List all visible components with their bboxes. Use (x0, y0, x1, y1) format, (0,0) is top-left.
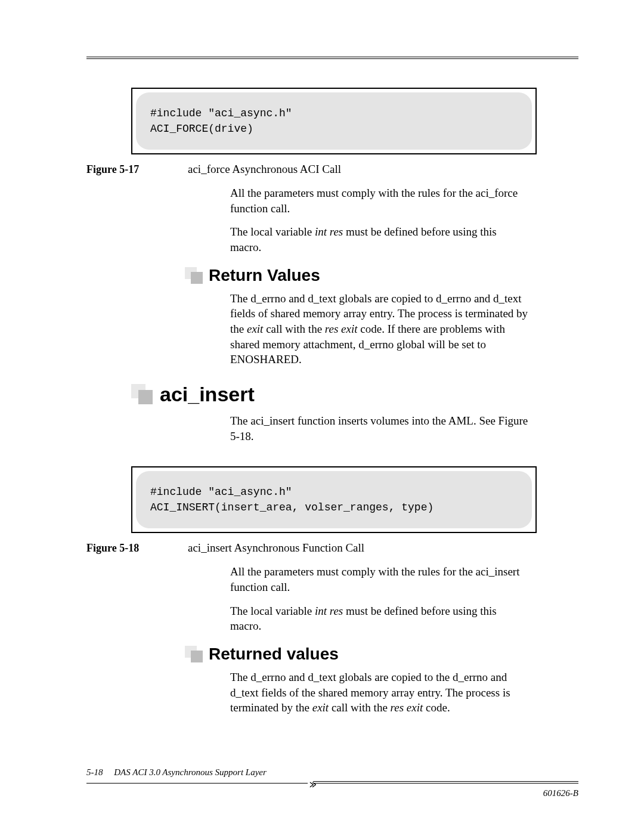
figure-title: aci_insert Asynchronous Function Call (188, 541, 364, 555)
heading-text: aci_insert (160, 383, 255, 406)
return-values-body: The d_errno and d_text globals are copie… (230, 291, 528, 367)
paragraph: All the parameters must comply with the … (230, 564, 528, 594)
body-after-fig17: All the parameters must comply with the … (230, 185, 528, 255)
paragraph: The local variable int res must be defin… (230, 224, 528, 255)
footer-doc-title: DAS ACI 3.0 Asynchronous Support Layer (114, 767, 267, 777)
returned-values-body: The d_errno and d_text globals are copie… (230, 670, 528, 716)
aci-insert-intro: The aci_insert function inserts volumes … (230, 413, 528, 444)
footer-left: 5-18 DAS ACI 3.0 Asynchronous Support La… (86, 767, 267, 778)
aci-insert-heading: aci_insert (131, 383, 537, 406)
code-box-fig18: #include "aci_async.h" ACI_INSERT(insert… (136, 471, 532, 528)
heading-bullet-icon (185, 646, 203, 662)
paragraph: All the parameters must comply with the … (230, 185, 528, 216)
paragraph: The aci_insert function inserts volumes … (230, 413, 528, 444)
footer-doc-number: 601626-B (86, 788, 578, 798)
figure-label: Figure 5-17 (86, 163, 188, 176)
heading-bullet-icon (131, 384, 154, 404)
page-footer: 5-18 DAS ACI 3.0 Asynchronous Support La… (86, 767, 578, 798)
page-number: 5-18 (86, 767, 103, 777)
paragraph: The d_errno and d_text globals are copie… (230, 291, 528, 367)
paragraph: The local variable int res must be defin… (230, 603, 528, 634)
heading-text: Return Values (209, 266, 320, 285)
figure-caption-18: Figure 5-18 aci_insert Asynchronous Func… (86, 541, 537, 555)
top-rule (86, 57, 578, 59)
code-box-fig17: #include "aci_async.h" ACI_FORCE(drive) (136, 92, 532, 150)
figure-caption-17: Figure 5-17 aci_force Asynchronous ACI C… (86, 163, 537, 176)
paragraph: The d_errno and d_text globals are copie… (230, 670, 528, 716)
footer-rule: ≫ (86, 781, 578, 787)
code-frame-fig18: #include "aci_async.h" ACI_INSERT(insert… (131, 466, 537, 533)
returned-values-heading: Returned values (185, 645, 537, 664)
figure-title: aci_force Asynchronous ACI Call (188, 163, 341, 176)
return-values-heading: Return Values (185, 266, 537, 285)
code-frame-fig17: #include "aci_async.h" ACI_FORCE(drive) (131, 88, 537, 154)
figure-label: Figure 5-18 (86, 542, 188, 555)
heading-bullet-icon (185, 267, 203, 284)
body-after-fig18: All the parameters must comply with the … (230, 564, 528, 634)
heading-text: Returned values (209, 645, 339, 664)
